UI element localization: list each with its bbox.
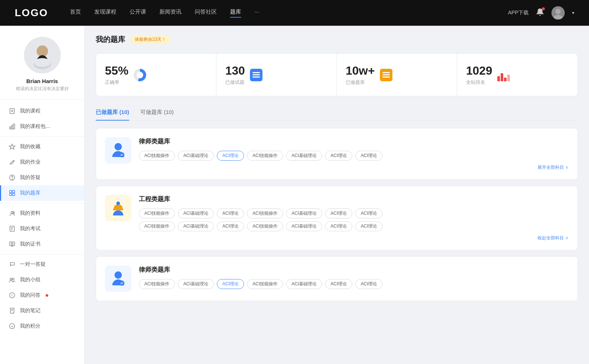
- sidebar-item-favorites[interactable]: 我的收藏: [0, 139, 84, 154]
- tags-row-lawyer-2: ACI技能操作 ACI基础理论 ACI理论 ACI技能操作 ACI基础理论 AC…: [139, 279, 569, 289]
- tab-todo[interactable]: 可做题库 (10): [140, 105, 174, 120]
- tag[interactable]: ACI技能操作: [139, 151, 175, 161]
- app-download-link[interactable]: APP下载: [508, 10, 529, 16]
- svg-point-24: [11, 243, 13, 245]
- sidebar-item-homework[interactable]: 我的作业: [0, 154, 84, 170]
- svg-point-0: [556, 9, 561, 14]
- tag[interactable]: ACI技能操作: [139, 208, 175, 218]
- tag[interactable]: ACI理论: [217, 208, 244, 218]
- divider-3: [0, 254, 84, 254]
- tabs: 已做题库 (10) 可做题库 (10): [96, 105, 578, 121]
- tag[interactable]: ACI技能操作: [247, 221, 283, 231]
- tag-active[interactable]: ACI理论: [217, 279, 244, 289]
- nav-news[interactable]: 新闻资讯: [159, 8, 181, 18]
- svg-rect-23: [10, 242, 15, 246]
- sidebar-label-profile: 我的资料: [20, 210, 40, 217]
- tag[interactable]: ACI基础理论: [178, 208, 214, 218]
- svg-rect-19: [13, 193, 15, 196]
- sidebar-item-qa[interactable]: 我的答疑: [0, 170, 84, 185]
- nav-more[interactable]: ···: [254, 8, 259, 18]
- svg-rect-9: [10, 127, 11, 129]
- sidebar-item-points[interactable]: 我的积分: [0, 318, 84, 334]
- nav-open[interactable]: 公开课: [130, 8, 146, 18]
- tags-row-engineer-2: ACI技能操作 ACI基础理论 ACI理论 ACI技能操作 ACI基础理论 AC…: [139, 221, 569, 231]
- svg-point-36: [114, 271, 122, 279]
- sidebar-label-points: 我的积分: [20, 323, 40, 329]
- sidebar-item-notes[interactable]: 我的笔记: [0, 303, 84, 318]
- tab-done[interactable]: 已做题库 (10): [96, 105, 129, 120]
- sidebar-label-packages: 我的课程包...: [20, 123, 50, 130]
- tag[interactable]: ACI理论: [325, 279, 352, 289]
- tag[interactable]: ACI技能操作: [247, 279, 283, 289]
- lawyer-icon-wrap: [105, 137, 131, 164]
- sidebar-item-courses[interactable]: 我的课程: [0, 103, 84, 119]
- sidebar-item-certificate[interactable]: 我的证书: [0, 236, 84, 252]
- main-content: 我的题库 体验剩余23天！ 55% 正确率 130 已做试题: [85, 26, 589, 364]
- sidebar-item-qbank[interactable]: 我的题库: [0, 185, 84, 201]
- svg-rect-17: [13, 190, 15, 193]
- qbank-content-lawyer-2: 律师类题库 ACI技能操作 ACI基础理论 ACI理论 ACI技能操作 ACI基…: [139, 265, 569, 292]
- lawyer-icon-2: [109, 269, 128, 288]
- tag[interactable]: ACI理论: [355, 151, 382, 161]
- tag[interactable]: ACI技能操作: [247, 208, 283, 218]
- qbank-content-lawyer-1: 律师类题库 ACI技能操作 ACI基础理论 ACI理论 ACI技能操作 ACI基…: [139, 137, 569, 171]
- nav-right: APP下载 ▾: [508, 6, 574, 19]
- navbar: LOGO 首页 发现课程 公开课 新闻资讯 问答社区 题库 ··· APP下载 …: [0, 0, 589, 26]
- nav-qa[interactable]: 问答社区: [195, 8, 217, 18]
- sidebar-item-group[interactable]: 我的小组: [0, 272, 84, 288]
- tag[interactable]: ACI技能操作: [247, 151, 283, 161]
- stat-done-questions: 130 已做试题: [216, 54, 337, 96]
- avatar[interactable]: [551, 6, 565, 19]
- nav-discover[interactable]: 发现课程: [94, 8, 116, 18]
- qbank-title-lawyer-1: 律师类题库: [139, 137, 569, 146]
- sidebar-label-homework: 我的作业: [20, 159, 40, 165]
- tags-row-lawyer-1: ACI技能操作 ACI基础理论 ACI理论 ACI技能操作 ACI基础理论 AC…: [139, 151, 569, 161]
- expand-link-lawyer-1[interactable]: 展开全部科目 ∨: [139, 164, 569, 171]
- nav-home[interactable]: 首页: [70, 8, 81, 18]
- sidebar-label-certificate: 我的证书: [20, 241, 40, 247]
- page-title: 我的题库: [96, 35, 125, 44]
- qbank-content-engineer: 工程类题库 ACI技能操作 ACI基础理论 ACI理论 ACI技能操作 ACI基…: [139, 195, 569, 241]
- tags-row-engineer-1: ACI技能操作 ACI基础理论 ACI理论 ACI技能操作 ACI基础理论 AC…: [139, 208, 569, 218]
- sidebar-item-one-on-one[interactable]: 一对一答疑: [0, 257, 84, 272]
- tag[interactable]: ACI技能操作: [139, 279, 175, 289]
- tag[interactable]: ACI理论: [217, 221, 244, 231]
- sidebar-item-packages[interactable]: 我的课程包...: [0, 119, 84, 134]
- nav-qbank[interactable]: 题库: [230, 8, 241, 18]
- stat-done-banks: 10w+ 已做题库: [337, 54, 457, 96]
- sidebar-item-profile[interactable]: 我的资料: [0, 206, 84, 221]
- tag[interactable]: ACI基础理论: [286, 208, 322, 218]
- user-menu-chevron[interactable]: ▾: [572, 10, 574, 15]
- trial-badge: 体验剩余23天！: [130, 35, 170, 44]
- tag[interactable]: ACI技能操作: [139, 221, 175, 231]
- qbank-card-inner: 律师类题库 ACI技能操作 ACI基础理论 ACI理论 ACI技能操作 ACI基…: [105, 137, 569, 171]
- tag[interactable]: ACI基础理论: [178, 221, 214, 231]
- sidebar-item-exam[interactable]: 我的考试: [0, 221, 84, 236]
- tag[interactable]: ACI基础理论: [286, 221, 322, 231]
- sidebar-label-qa: 我的答疑: [20, 174, 40, 181]
- tag[interactable]: ACI理论: [355, 208, 382, 218]
- sidebar-item-qa2[interactable]: ? 我的问答: [0, 288, 84, 303]
- tag[interactable]: ACI基础理论: [178, 151, 214, 161]
- engineer-icon: [109, 199, 128, 218]
- tag[interactable]: ACI理论: [355, 221, 382, 231]
- tag[interactable]: ACI理论: [325, 208, 352, 218]
- done-banks-icon: [380, 69, 392, 81]
- tag[interactable]: ACI理论: [325, 221, 352, 231]
- tag[interactable]: ACI理论: [325, 151, 352, 161]
- qa-badge: [46, 294, 48, 297]
- tag[interactable]: ACI基础理论: [286, 279, 322, 289]
- accuracy-pie-icon: [134, 69, 146, 81]
- qbank-card-engineer: 工程类题库 ACI技能操作 ACI基础理论 ACI理论 ACI技能操作 ACI基…: [96, 186, 578, 250]
- tag[interactable]: ACI基础理论: [286, 151, 322, 161]
- qbank-card-lawyer-2: 律师类题库 ACI技能操作 ACI基础理论 ACI理论 ACI技能操作 ACI基…: [96, 256, 578, 301]
- tag[interactable]: ACI理论: [355, 279, 382, 289]
- tag[interactable]: ACI基础理论: [178, 279, 214, 289]
- sidebar-label-notes: 我的笔记: [20, 307, 40, 314]
- engineer-icon-wrap: [105, 195, 131, 221]
- svg-point-1: [554, 15, 562, 19]
- tag-active[interactable]: ACI理论: [217, 151, 244, 161]
- collapse-link-engineer[interactable]: 收起全部科目 ∧: [139, 235, 569, 241]
- notification-bell[interactable]: [536, 8, 544, 18]
- qbank-title-engineer: 工程类题库: [139, 195, 569, 203]
